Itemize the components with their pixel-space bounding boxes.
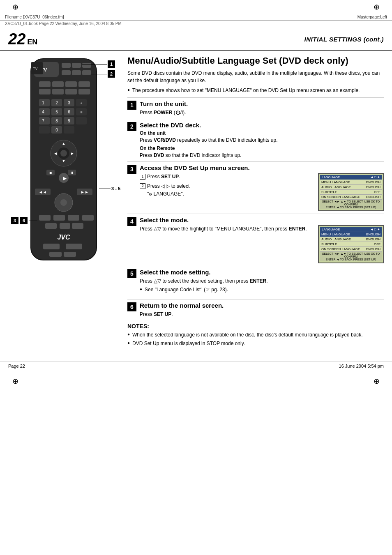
svg-rect-15 [39, 89, 51, 94]
svg-text:2: 2 [55, 101, 58, 105]
step-2-on-remote-text: Press DVD so that the DVD indicator ligh… [140, 152, 384, 159]
callout-2: 2 [90, 70, 115, 78]
sub-step-1-text: Press SET UP. [147, 173, 180, 181]
svg-rect-73 [43, 244, 60, 249]
lcd-row-2-3: SUBTITLEOFF [320, 242, 382, 247]
step-5-bullet: See "Language Code List" (☞ pg. 23). [140, 286, 384, 293]
page-number: 22 EN [8, 30, 37, 48]
step-3-number: 3 [127, 165, 136, 174]
svg-text:7: 7 [42, 119, 44, 123]
lcd-row-2-1: MENU LANGUAGEENGLISH [320, 232, 382, 237]
step-3-text: 1 Press SET UP. 2 Press ◁ ▷ to select"⚙ … [140, 173, 314, 211]
lcd-footer-2: SELECT ◄► ▲▼ TO SELECT, USE OK TO CONFIR… [320, 252, 382, 261]
step-3-substeps: 1 Press SET UP. 2 Press ◁ ▷ to select"⚙ … [140, 173, 314, 198]
svg-text:9: 9 [68, 119, 70, 123]
lcd-row-1-3: SUBTITLEOFF [320, 190, 382, 195]
reg-mark-top-left: ⊕ [12, 2, 18, 12]
step-4-title: Select the mode. [140, 216, 384, 223]
main-content: TV TV [0, 51, 392, 353]
callout-36: 3 6 [11, 217, 37, 224]
step-1-body: Press POWER (⏻/I). [140, 109, 384, 116]
svg-rect-68 [82, 215, 94, 221]
step-6-title: Return to the normal screen. [140, 302, 384, 309]
svg-rect-10 [82, 70, 91, 75]
svg-rect-8 [62, 70, 71, 75]
notes-section: NOTES: When the selected language is not… [127, 323, 384, 347]
step-4-inner: Press △▽ to move the highlight to "MENU … [140, 225, 384, 263]
svg-point-64 [60, 199, 67, 206]
bullet1: The procedure shows how to set "MENU LAN… [127, 87, 384, 94]
callout-1: 1 [82, 60, 115, 68]
step-2-on-unit-text: Press VCR/DVD repeatedly so that the DVD… [140, 136, 384, 144]
svg-rect-14 [78, 81, 90, 87]
svg-rect-27 [39, 108, 50, 115]
step-5-number: 5 [127, 269, 136, 278]
svg-rect-66 [53, 215, 65, 221]
step-6-content: Return to the normal screen. Press SET U… [140, 302, 384, 318]
step-1: 1 Turn on the unit. Press POWER (⏻/I). [127, 97, 384, 118]
step-3-content: Access the DVD Set Up menu screen. 1 Pre… [140, 164, 384, 211]
lcd-screen-2: LANGUAGE ◄ □ ✦ MENU LANGUAGEENGLISH AUDI… [318, 225, 384, 263]
reg-mark-bottom-left: ⊕ [12, 377, 18, 386]
remote-svg: TV TV [18, 55, 109, 268]
callout-35: 3 - 5 [99, 186, 120, 191]
footer-page: Page 22 [8, 364, 25, 368]
svg-rect-19 [39, 99, 50, 106]
section-title: INITIAL SETTINGS (cont.) [304, 36, 384, 43]
filename-label: Filename [XVC37U_06Index.fm] [5, 15, 64, 19]
svg-rect-18 [78, 89, 90, 94]
step-1-content: Turn on the unit. Press POWER (⏻/I). [140, 100, 384, 116]
svg-text:4: 4 [42, 110, 44, 114]
lcd-row-2-2: AUDIO LANGUAGEENGLISH [320, 237, 382, 242]
subheader-text: XVC37U_01.book Page 22 Wednesday, June 1… [5, 21, 122, 26]
right-panel: Menu/Audio/Subtitle Language Set (DVD de… [123, 51, 392, 353]
header-bar: Filename [XVC37U_06Index.fm] Masterpage:… [0, 14, 392, 21]
svg-point-52 [60, 150, 67, 157]
svg-rect-6 [72, 63, 81, 68]
svg-rect-71 [72, 223, 83, 229]
sub-step-1-row: 1 Press SET UP. [140, 173, 314, 181]
svg-text:⏸: ⏸ [70, 171, 74, 175]
intro-text: Some DVD discs contain the DVD menu disp… [127, 69, 384, 84]
sub-step-2-row: 2 Press ◁ ▷ to select"⚙ LANGUAGE". [140, 182, 314, 198]
svg-text:◄: ◄ [53, 151, 58, 156]
step-5: 5 Select the mode setting. Press △▽ to s… [127, 266, 384, 298]
step-5-title: Select the mode setting. [140, 269, 384, 276]
lcd-row-2-4: ON SCREEN LANGUAGEENGLISH [320, 247, 382, 252]
svg-rect-75 [49, 252, 62, 257]
svg-rect-35 [39, 117, 50, 124]
svg-rect-76 [64, 252, 76, 257]
lcd-screen-1: LANGUAGE ◄ □ ✦ MENU LANGUAGEENGLISH AUDI… [318, 173, 384, 211]
svg-text:►: ► [70, 151, 74, 156]
lcd-row-1-4: ON SCREEN LANGUAGEENGLISH [320, 195, 382, 200]
lcd-row-1-1: MENU LANGUAGEENGLISH [320, 180, 382, 185]
svg-rect-12 [52, 81, 64, 87]
svg-text:■: ■ [80, 110, 82, 114]
step-6: 6 Return to the normal screen. Press SET… [127, 299, 384, 320]
svg-text:▼: ▼ [62, 159, 66, 163]
step-3-inner: 1 Press SET UP. 2 Press ◁ ▷ to select"⚙ … [140, 173, 384, 211]
page-footer: Page 22 16 June 2004 5:54 pm [0, 362, 392, 370]
step-2-number: 2 [127, 122, 136, 131]
svg-rect-74 [66, 244, 82, 249]
lcd-footer-1: SELECT ◄► ▲▼ TO SELECT, USE OK TO CONFIR… [320, 200, 382, 209]
reg-mark-top-right: ⊕ [374, 2, 380, 12]
step-6-body: Press SET UP. [140, 311, 384, 318]
lcd-title-1: LANGUAGE ◄ □ ✦ [320, 175, 382, 180]
step-2: 2 Select the DVD deck. On the unit Press… [127, 119, 384, 161]
lcd-display-2: LANGUAGE ◄ □ ✦ MENU LANGUAGEENGLISH AUDI… [318, 225, 384, 263]
step-4-content: Select the mode. Press △▽ to move the hi… [140, 216, 384, 263]
svg-rect-67 [68, 215, 79, 221]
lcd-display-1: LANGUAGE ◄ □ ✦ MENU LANGUAGEENGLISH AUDI… [318, 173, 384, 211]
svg-rect-17 [65, 89, 77, 94]
notes-bullet-2: DVD Set Up menu is displayed in STOP mod… [127, 340, 384, 347]
step-2-title: Select the DVD deck. [140, 122, 384, 129]
svg-text:1: 1 [42, 101, 44, 105]
svg-text:►►: ►► [81, 190, 89, 194]
svg-text:◄◄: ◄◄ [39, 190, 47, 194]
footer-date: 16 June 2004 5:54 pm [339, 364, 384, 368]
lcd-title-2: LANGUAGE ◄ □ ✦ [320, 227, 382, 232]
svg-rect-70 [60, 223, 70, 229]
step-6-number: 6 [127, 302, 136, 311]
step-1-number: 1 [127, 101, 136, 110]
